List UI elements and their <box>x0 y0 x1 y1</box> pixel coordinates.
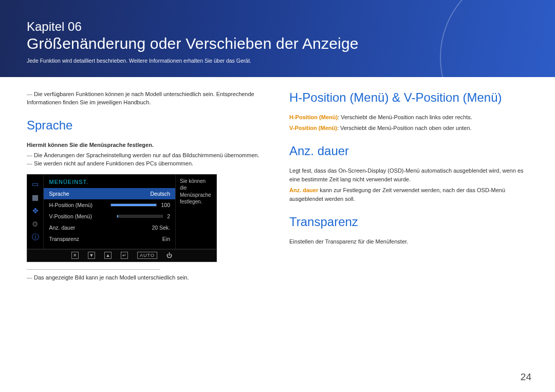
section-heading-sprache: Sprache <box>27 118 266 133</box>
close-icon: ✕ <box>71 252 79 259</box>
move-icon: ✥ <box>30 206 41 216</box>
osd-slider <box>110 203 157 207</box>
osd-menu-item: SpracheDeutsch <box>44 188 175 199</box>
section-heading-anzdauer: Anz. dauer <box>289 144 528 158</box>
sprache-note-2: Sie werden nicht auf andere Funktionen d… <box>27 160 266 168</box>
section-heading-transparenz: Transparenz <box>289 215 528 229</box>
osd-item-label: H-Position (Menü) <box>49 202 110 208</box>
info-icon: ⓘ <box>30 232 41 242</box>
anzdauer-text-2: Anz. dauer kann zur Festlegung der Zeit … <box>289 186 528 203</box>
osd-item-value: 100 <box>161 202 170 208</box>
osd-item-value: 2 <box>167 213 170 219</box>
osd-nav-bar: ✕ ▼ ▲ ↵ AUTO ⏻ <box>27 249 216 262</box>
chapter-number: Kapitel 06 <box>27 20 528 34</box>
osd-item-label: Sprache <box>49 191 110 197</box>
picture-icon: ▦ <box>30 192 41 202</box>
chapter-banner: Kapitel 06 Größenänderung oder Verschieb… <box>0 0 555 77</box>
monitor-icon: ▭ <box>30 179 41 189</box>
osd-help-text: Sie können die Menüsprache festlegen. <box>176 175 216 249</box>
chapter-title: Größenänderung oder Verschieben der Anze… <box>27 35 528 52</box>
sprache-note-1: Die Änderungen der Spracheinstellung wer… <box>27 152 266 160</box>
note-image-variation: Das angezeigte Bild kann je nach Modell … <box>27 274 266 282</box>
sprache-description: Hiermit können Sie die Menüsprache festl… <box>27 141 266 150</box>
divider <box>27 269 160 270</box>
osd-item-value: 20 Sek. <box>152 225 170 231</box>
enter-icon: ↵ <box>121 252 128 259</box>
gear-icon: ⚙ <box>30 219 41 229</box>
osd-item-label: Transparenz <box>49 236 110 242</box>
osd-menu-item: TransparenzEin <box>44 233 175 245</box>
down-icon: ▼ <box>88 252 95 259</box>
osd-menu-list: MENÜEINST. SpracheDeutschH-Position (Men… <box>43 175 176 249</box>
anzdauer-label: Anz. dauer <box>289 187 318 193</box>
osd-menu-item: Anz. dauer20 Sek. <box>44 222 175 233</box>
osd-menu-item: H-Position (Menü)100 <box>44 199 175 211</box>
anzdauer-text-1: Legt fest, dass das On-Screen-Display (O… <box>289 166 528 184</box>
osd-item-label: V-Position (Menü) <box>49 213 110 219</box>
transparenz-text: Einstellen der Transparenz für die Menüf… <box>289 237 528 246</box>
osd-item-value: Deutsch <box>150 191 170 197</box>
page-number: 24 <box>521 371 531 383</box>
auto-button-label: AUTO <box>137 252 157 259</box>
note-model-variation: Die verfügbaren Funktionen können je nac… <box>27 90 266 107</box>
osd-slider <box>117 215 163 218</box>
osd-category-icons: ▭ ▦ ✥ ⚙ ⓘ <box>27 175 43 249</box>
up-icon: ▲ <box>104 252 112 259</box>
vposition-label: V-Position (Menü) <box>289 125 337 131</box>
hposition-label: H-Position (Menü) <box>289 114 338 120</box>
power-icon: ⏻ <box>166 252 172 258</box>
osd-menu-header: MENÜEINST. <box>44 178 175 188</box>
osd-item-value: Ein <box>162 236 170 242</box>
chapter-subtitle: Jede Funktion wird detailliert beschrieb… <box>27 58 528 64</box>
osd-menu-item: V-Position (Menü)2 <box>44 211 175 222</box>
osd-item-label: Anz. dauer <box>49 225 110 231</box>
osd-screenshot: ▭ ▦ ✥ ⚙ ⓘ MENÜEINST. SpracheDeutschH-Pos… <box>27 174 217 262</box>
